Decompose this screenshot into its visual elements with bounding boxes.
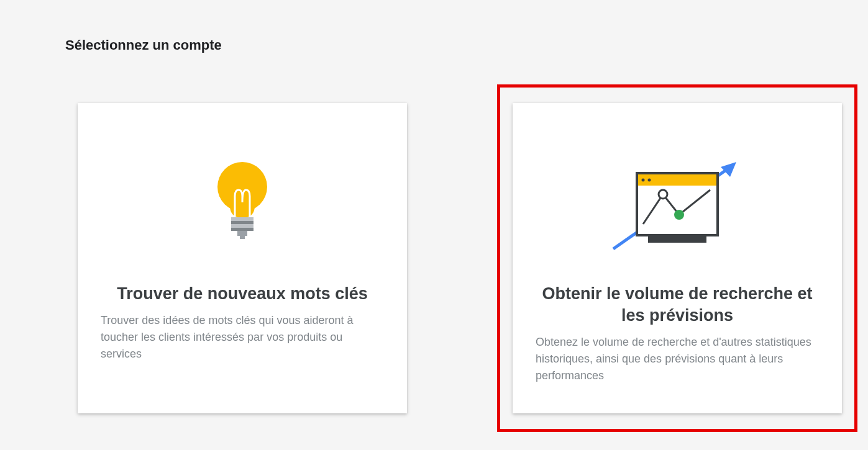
card-find-keywords[interactable]: Trouver de nouveaux mots clés Trouver de…	[78, 103, 407, 413]
svg-point-13	[659, 190, 667, 199]
svg-marker-8	[721, 162, 736, 177]
svg-rect-1	[231, 217, 254, 221]
lightbulb-icon	[99, 146, 385, 264]
svg-point-11	[642, 179, 645, 182]
svg-rect-3	[231, 224, 254, 228]
card-title: Obtenir le volume de recherche et les pr…	[534, 283, 820, 326]
svg-rect-4	[231, 228, 254, 231]
card-wrapper-find-keywords: Trouver de nouveaux mots clés Trouver de…	[62, 84, 423, 432]
card-description: Obtenez le volume de recherche et d'autr…	[534, 334, 820, 384]
card-wrapper-search-volume: Obtenir le volume de recherche et les pr…	[497, 84, 857, 432]
svg-rect-5	[237, 231, 247, 236]
svg-rect-15	[648, 235, 706, 243]
svg-point-0	[217, 162, 267, 212]
card-search-volume[interactable]: Obtenir le volume de recherche et les pr…	[513, 103, 842, 413]
svg-rect-6	[240, 236, 245, 239]
svg-point-14	[674, 210, 684, 220]
svg-rect-2	[231, 221, 254, 224]
card-description: Trouver des idées de mots clés qui vous …	[99, 312, 385, 362]
card-title: Trouver de nouveaux mots clés	[111, 283, 374, 305]
cards-row: Trouver de nouveaux mots clés Trouver de…	[62, 84, 806, 432]
chart-arrow-icon	[534, 146, 820, 264]
page-title: Sélectionnez un compte	[65, 37, 806, 53]
svg-point-12	[648, 179, 651, 182]
